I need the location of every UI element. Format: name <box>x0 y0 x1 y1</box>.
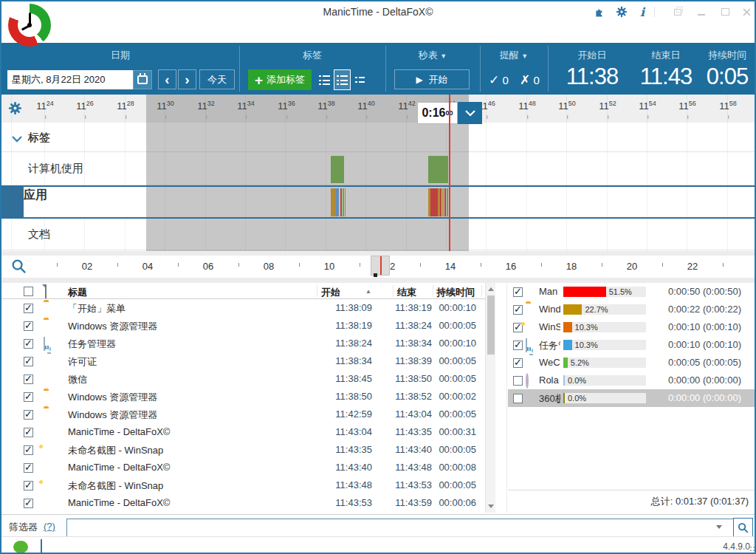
time-tick: 1132 <box>197 100 215 112</box>
row-checkbox[interactable] <box>24 304 33 313</box>
table-row[interactable]: 许可证11:38:3411:38:3900:00:05 <box>1 352 485 370</box>
stopwatch-section-label[interactable]: 秒表 ▼ <box>385 49 480 62</box>
row-checkbox[interactable] <box>513 394 523 403</box>
date-input[interactable] <box>7 70 142 89</box>
minimize-button[interactable] <box>693 5 709 18</box>
column-title[interactable]: 标题 <box>68 286 87 299</box>
row-checkbox[interactable] <box>24 410 33 420</box>
row-checkbox[interactable] <box>24 428 33 437</box>
filter-dropdown-arrow[interactable] <box>716 525 722 529</box>
row-checkbox[interactable] <box>513 341 523 350</box>
table-row[interactable]: ManicTime - DeltaFoX©11:43:4011:43:4800:… <box>1 459 485 476</box>
column-start[interactable]: 开始 <box>321 286 340 299</box>
filter-bar: 筛选器 (?) <box>1 514 756 536</box>
time-tick: 1150 <box>558 100 576 112</box>
table-header: 标题 开始 ▲ 结束 持续时间 <box>1 283 485 299</box>
tag-view-list-button[interactable] <box>316 69 333 90</box>
maximize-button[interactable] <box>717 5 733 18</box>
app-summary-row[interactable]: WeC5.2%0:00:05 (0:00:05) <box>508 354 756 372</box>
app-summary-row[interactable]: WinS10.3%0:00:10 (0:00:10) <box>508 318 756 336</box>
nav-bar: 天 未标记的时间 时间表 统计信息 <box>1 22 755 43</box>
reminder-ok-count: ✓ 0 <box>489 72 509 88</box>
row-checkbox[interactable] <box>513 305 523 315</box>
table-row[interactable]: 「开始」菜单11:38:0911:38:1900:00:10 <box>1 299 485 317</box>
settings-gear-icon[interactable] <box>614 5 630 18</box>
app-summary-row[interactable]: Man51.5%0:00:50 (0:00:50) <box>508 283 756 301</box>
column-duration[interactable]: 持续时间 <box>436 286 475 299</box>
filter-help-link[interactable]: (?) <box>44 521 55 532</box>
zoom-magnifier-icon[interactable] <box>10 258 27 278</box>
titlebar-divider <box>654 7 655 17</box>
resize-grip[interactable] <box>749 546 755 552</box>
app-summary-row-selected[interactable]: 360极0.0%0:00:00 (0:00:00) <box>508 389 756 407</box>
time-tick: 1126 <box>76 100 94 112</box>
row-checkbox[interactable] <box>513 376 523 386</box>
pin-window-icon[interactable] <box>670 5 686 18</box>
table-row[interactable]: Windows 资源管理器11:42:5911:43:0400:00:05 <box>1 406 485 423</box>
table-row[interactable]: Windows 资源管理器11:38:1911:38:2400:00:05 <box>1 317 485 335</box>
usage-bar: 0.0% <box>563 393 646 403</box>
scrollbar-thumb[interactable] <box>487 295 495 355</box>
time-tick: 1140 <box>357 100 375 112</box>
row-checkbox[interactable] <box>513 287 523 297</box>
hour-label: 22 <box>687 261 698 272</box>
selection-dropdown-button[interactable] <box>458 102 482 124</box>
row-checkbox[interactable] <box>513 358 523 368</box>
activity-bar[interactable] <box>428 156 448 183</box>
timeline-row-applications-selected[interactable]: 应用 <box>1 185 756 219</box>
row-checkbox[interactable] <box>24 481 33 490</box>
row-checkbox[interactable] <box>24 375 33 384</box>
row-checkbox[interactable] <box>24 445 33 455</box>
time-tick: 1154 <box>639 100 656 112</box>
scroll-up-arrow[interactable] <box>488 287 494 291</box>
timeline-panel: 标签 计算机使用 文档 1124 1126 1128 1130 1132 113… <box>1 95 756 256</box>
reminder-section-label[interactable]: 提醒 ▼ <box>480 49 548 62</box>
plugins-icon[interactable] <box>591 5 607 18</box>
table-row[interactable]: 未命名截图 - WinSnap11:43:3511:43:4000:00:05 <box>1 441 485 459</box>
task-manager-icon <box>44 337 45 351</box>
row-checkbox[interactable] <box>24 357 33 366</box>
table-scrollbar[interactable] <box>485 283 495 513</box>
table-row[interactable]: ManicTime - DeltaFoX©11:43:5311:43:5900:… <box>1 494 485 512</box>
calendar-button[interactable] <box>133 70 152 89</box>
row-checkbox[interactable] <box>24 463 33 473</box>
table-row[interactable]: 未命名截图 - WinSnap11:43:4811:43:5300:00:05 <box>1 476 485 494</box>
selected-row-label-box: 应用 <box>24 188 146 216</box>
table-row[interactable]: Windows 资源管理器11:38:5011:38:5200:00:02 <box>1 388 485 406</box>
app-summary-row[interactable]: 任务管10.3%0:00:10 (0:00:10) <box>508 336 756 354</box>
row-checkbox[interactable] <box>24 339 33 349</box>
filter-search-button[interactable] <box>733 518 753 537</box>
app-summary-row[interactable]: Wind22.7%0:00:22 (0:00:22) <box>508 301 756 318</box>
activity-bar[interactable] <box>331 156 344 183</box>
today-button[interactable]: 今天 <box>199 69 235 89</box>
prev-day-button[interactable]: ‹ <box>158 69 176 89</box>
next-day-button[interactable]: › <box>178 69 196 89</box>
column-end[interactable]: 结束 <box>397 286 416 299</box>
table-row[interactable]: 微信11:38:4511:38:5000:00:05 <box>1 370 485 388</box>
stopwatch-start-button[interactable]: ▶开始 <box>394 69 470 89</box>
close-button[interactable] <box>738 5 755 18</box>
document-column-icon[interactable] <box>45 284 47 298</box>
tag-view-detail-button[interactable] <box>334 69 351 90</box>
day-start-label: 开始日 <box>557 49 628 62</box>
date-section-label: 日期 <box>1 49 239 62</box>
add-tag-button[interactable]: +添加标签 <box>248 69 312 90</box>
table-row[interactable]: ManicTime - DeltaFoX©11:43:0411:43:3500:… <box>1 423 485 441</box>
range-drag-handle[interactable] <box>374 273 377 277</box>
header-checkbox[interactable] <box>24 286 33 299</box>
day-duration-time: 0:05 <box>698 64 756 90</box>
hour-tick <box>178 263 179 267</box>
filter-input[interactable] <box>66 519 750 537</box>
row-checkbox[interactable] <box>24 392 33 402</box>
app-summary-row[interactable]: Rola0.0%0:00:00 (0:00:00) <box>508 372 756 389</box>
visible-range-box[interactable] <box>371 256 390 276</box>
compact-view-icon <box>355 77 365 83</box>
tag-view-compact-button[interactable] <box>351 69 368 90</box>
row-checkbox[interactable] <box>24 499 33 508</box>
row-checkbox[interactable] <box>24 321 33 331</box>
time-tick: 1142 <box>398 100 416 112</box>
apps-total: 总计: 0:01:37 (0:01:37) <box>508 495 749 508</box>
scroll-down-arrow[interactable] <box>488 505 494 508</box>
table-row[interactable]: 任务管理器11:38:2411:38:3400:00:10 <box>1 335 485 352</box>
info-icon[interactable]: i <box>634 5 650 18</box>
